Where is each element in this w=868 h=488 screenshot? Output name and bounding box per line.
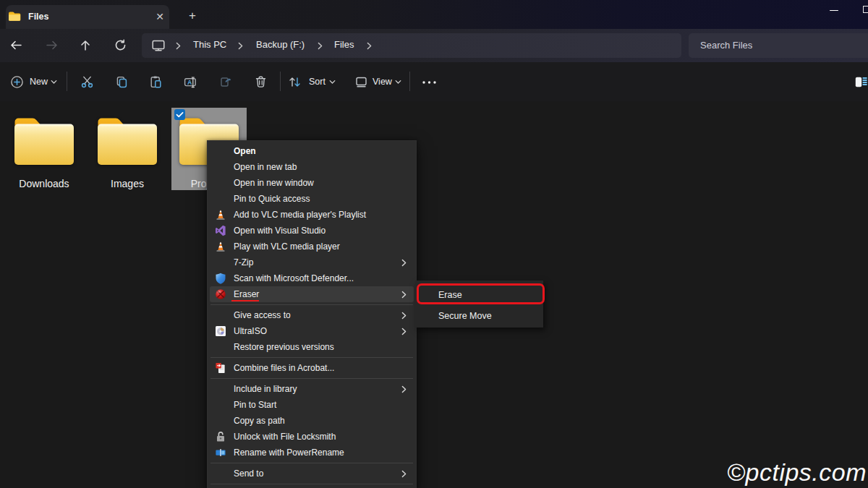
svg-text:A: A (187, 79, 192, 86)
